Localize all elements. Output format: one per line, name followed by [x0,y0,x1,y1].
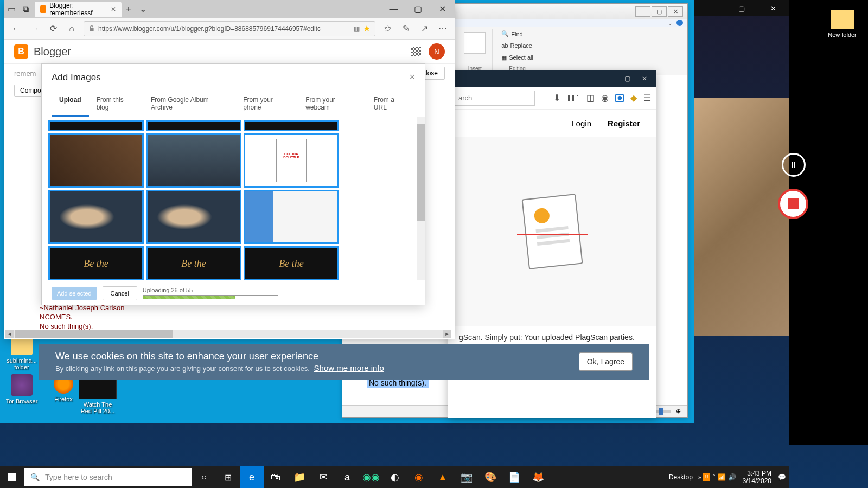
tray-volume-icon[interactable]: 🔊 [728,473,736,481]
taskbar-edge-icon[interactable]: e [240,466,264,488]
scrollbar-track[interactable] [417,117,425,280]
download-icon[interactable]: ⬇ [553,93,560,103]
recorder-pause-button[interactable]: II [782,153,806,177]
image-thumb[interactable] [146,120,241,131]
tray-notification-icon[interactable]: !! [703,473,710,481]
image-thumb[interactable] [48,120,144,131]
login-link[interactable]: Login [571,119,591,128]
desktop-icon-sublimina[interactable]: sublimina... folder [3,333,41,370]
desktop-icon-tor[interactable]: Tor Browser [3,374,41,404]
favorite-icon[interactable]: ★ [363,23,371,34]
tab-actions-icon[interactable]: ⧉ [21,4,30,14]
modal-tab-fromurl[interactable]: From a URL [366,91,415,117]
clear-icon[interactable]: ◆ [630,93,637,103]
cancel-button[interactable]: Cancel [103,286,137,300]
favorites-icon[interactable]: ✩ [381,22,394,35]
back-button[interactable]: ← [10,22,23,35]
taskbar-mail-icon[interactable]: ✉ [311,466,335,488]
image-thumb[interactable]: Be the [146,246,241,280]
library-icon[interactable]: ⫿⫿⫿ [567,93,580,103]
browser-minimize[interactable]: — [381,1,406,17]
replace-button[interactable]: abReplace [501,42,533,49]
tab-actions-icon[interactable]: ▭ [7,4,16,14]
image-thumb[interactable] [146,190,241,244]
taskbar-search-input[interactable]: 🔍 Type here to search [24,468,192,486]
taskbar-app-icon[interactable]: ◉ [407,466,431,488]
taskbar-chrome-icon[interactable]: ◐ [383,466,407,488]
scrollbar-thumb[interactable] [15,330,173,338]
horizontal-scrollbar[interactable]: ◄ ► [5,330,451,338]
desktop-toolbar[interactable]: Desktop [666,473,696,481]
more-icon[interactable]: ⋯ [436,22,449,35]
ribbon-chevron-icon[interactable]: ⌄ [668,20,672,26]
taskbar-amazon-icon[interactable]: a [335,466,359,488]
outer-close[interactable]: ✕ [758,0,789,16]
tray-overflow-icon[interactable]: ˄ [712,473,716,481]
refresh-button[interactable]: ⟳ [47,22,60,35]
image-thumb[interactable] [146,133,241,188]
modal-tab-albumarchive[interactable]: From Google Album Archive [143,91,235,117]
tray-network-icon[interactable]: 📶 [718,473,726,481]
taskbar-wordpad-icon[interactable]: 📄 [502,466,526,488]
modal-tab-fromblog[interactable]: From this blog [89,91,143,117]
modal-tab-fromphone[interactable]: From your phone [235,91,298,117]
cortana-button[interactable]: ○ [192,466,216,488]
start-button[interactable] [0,466,24,488]
cookie-agree-button[interactable]: Ok, I agree [579,352,633,371]
image-thumb[interactable] [244,120,339,131]
account-avatar[interactable]: N [429,43,445,60]
recorder-stop-button[interactable] [778,189,808,219]
scroll-left-arrow[interactable]: ◄ [5,330,14,338]
taskbar-camera-icon[interactable]: 📷 [455,466,478,488]
reader-icon[interactable]: ▥ [354,25,360,33]
plag-minimize[interactable]: — [602,73,617,85]
image-thumb[interactable] [244,133,339,188]
modal-close-icon[interactable]: × [409,72,415,83]
outer-minimize[interactable]: — [694,0,726,16]
forward-button[interactable]: → [28,22,41,35]
apps-grid-icon[interactable] [411,47,421,56]
url-input[interactable]: https://www.blogger.com/u/1/blogger.g?bl… [84,21,375,36]
action-center-icon[interactable]: 💬 [778,473,786,481]
taskbar-clock[interactable]: 3:43 PM 3/14/2020 [738,470,776,485]
share-icon[interactable]: ↗ [418,22,431,35]
home-button[interactable]: ⌂ [65,22,78,35]
plag-close[interactable]: ✕ [637,73,652,85]
browser-tab[interactable]: Blogger: rememberlessf ✕ [35,2,122,17]
task-view-button[interactable]: ⊞ [216,466,240,488]
desktop-icon-newfolder[interactable]: New folder [822,10,863,38]
selectall-button[interactable]: ▦Select all [501,54,533,62]
image-thumb[interactable] [48,133,144,188]
shield-icon[interactable]: ⬢ [615,94,624,102]
new-tab-button[interactable]: + [124,4,133,14]
taskbar-store-icon[interactable]: 🛍 [264,466,288,488]
browser-close[interactable]: ✕ [430,1,455,17]
find-button[interactable]: 🔍Find [501,30,533,38]
post-title-input[interactable]: remem [14,69,36,78]
add-selected-button[interactable]: Add selected [52,287,97,300]
help-icon[interactable] [676,20,683,26]
image-thumb[interactable]: Be the [48,246,144,280]
plag-maximize[interactable]: ▢ [620,73,635,85]
sidebar-icon[interactable]: ◫ [586,93,595,103]
tab-dropdown-icon[interactable]: ⌄ [138,4,148,14]
image-thumb[interactable] [244,190,339,244]
taskbar-explorer-icon[interactable]: 📁 [288,466,311,488]
taskbar-tripadvisor-icon[interactable]: ◉◉ [359,466,383,488]
wordpad-minimize[interactable]: — [635,6,650,17]
menu-icon[interactable]: ☰ [643,93,651,103]
scroll-right-arrow[interactable]: ► [443,330,451,338]
image-thumb[interactable] [48,190,144,244]
browser-maximize[interactable]: ▢ [406,1,430,17]
taskbar-paint-icon[interactable]: 🎨 [478,466,502,488]
plagscan-search-input[interactable] [454,91,535,106]
wordpad-close[interactable]: ✕ [668,6,683,17]
blogger-logo-icon[interactable]: B [14,44,28,59]
outer-maximize[interactable]: ▢ [726,0,757,16]
insert-picture-icon[interactable] [464,32,486,54]
taskbar-vlc-icon[interactable]: ▲ [431,466,455,488]
taskbar-firefox-icon[interactable]: 🦊 [526,466,550,488]
tray-chevron-icon[interactable]: » [698,474,701,480]
cookie-more-link[interactable]: Show me more info [314,363,384,373]
desktop-icon-watch[interactable]: Watch The Red Pill 20... [79,374,117,414]
